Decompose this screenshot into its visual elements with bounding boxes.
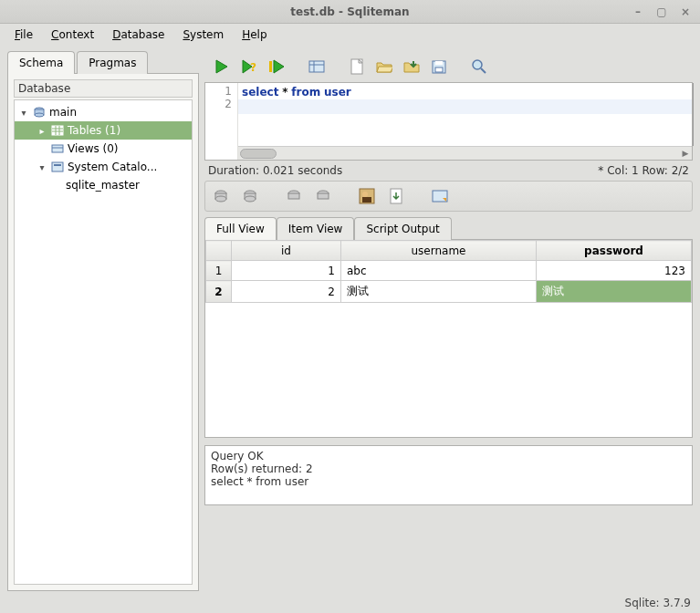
menu-system[interactable]: System xyxy=(175,26,231,44)
prev-button[interactable] xyxy=(238,184,262,208)
line-gutter: 1 2 xyxy=(205,83,238,160)
sqlite-version: Sqlite: 3.7.9 xyxy=(625,597,691,609)
tree-syscat[interactable]: ▾ System Catalo... xyxy=(15,158,192,176)
window-title: test.db - Sqliteman xyxy=(290,5,409,18)
left-panel: Schema Pragmas Database ▾ main ▸ Tables … xyxy=(7,51,199,591)
table-icon xyxy=(50,124,65,137)
catalog-icon xyxy=(50,161,65,173)
cell-username[interactable]: abc xyxy=(341,261,537,281)
result-grid[interactable]: id username password 1 1 abc 123 2 2 测试 … xyxy=(204,239,693,438)
svg-point-2 xyxy=(35,113,44,117)
commit-button[interactable] xyxy=(282,184,306,208)
tab-pragmas[interactable]: Pragmas xyxy=(77,51,148,74)
tree-label: main xyxy=(49,106,77,119)
cell-id[interactable]: 2 xyxy=(232,281,341,303)
tab-schema[interactable]: Schema xyxy=(7,51,75,74)
tree-label: Tables (1) xyxy=(68,124,120,137)
collapse-icon[interactable]: ▾ xyxy=(37,162,47,172)
new-button[interactable] xyxy=(345,55,369,78)
search-button[interactable] xyxy=(467,55,491,78)
svg-point-34 xyxy=(362,192,368,197)
tree-label: System Catalo... xyxy=(68,161,157,173)
svg-point-21 xyxy=(473,60,482,69)
right-panel: ? 1 2 select * from user ▶ D xyxy=(204,51,693,591)
cell-id[interactable]: 1 xyxy=(232,261,341,281)
first-button[interactable] xyxy=(209,184,233,208)
col-id[interactable]: id xyxy=(232,241,341,261)
table-row[interactable]: 1 1 abc 123 xyxy=(206,261,692,281)
tab-script-output[interactable]: Script Output xyxy=(354,217,451,240)
save-button[interactable] xyxy=(400,55,423,78)
log-output: Query OK Row(s) returned: 2 select * fro… xyxy=(204,445,693,505)
db-tree[interactable]: ▾ main ▸ Tables (1) Views (0) ▾ System C… xyxy=(14,99,193,585)
export-button[interactable] xyxy=(384,184,408,208)
minimize-button[interactable]: – xyxy=(631,5,645,18)
corner-cell[interactable] xyxy=(206,241,232,261)
cell-password[interactable]: 123 xyxy=(537,261,692,281)
menu-context[interactable]: Context xyxy=(44,26,101,44)
scroll-right-icon[interactable]: ▶ xyxy=(679,149,692,158)
tree-views[interactable]: Views (0) xyxy=(15,140,192,158)
query-status: Duration: 0.021 seconds * Col: 1 Row: 2/… xyxy=(204,161,693,181)
svg-line-22 xyxy=(481,68,486,73)
svg-text:?: ? xyxy=(250,61,256,74)
snapshot-button[interactable] xyxy=(428,184,452,208)
svg-point-25 xyxy=(215,196,226,202)
svg-rect-32 xyxy=(318,193,329,199)
collapse-icon[interactable]: ▾ xyxy=(18,108,29,118)
open-button[interactable] xyxy=(372,55,396,78)
svg-rect-3 xyxy=(52,126,63,135)
titlebar: test.db - Sqliteman – ▢ × xyxy=(0,0,700,24)
tree-label: Views (0) xyxy=(68,142,119,155)
tree-header: Database xyxy=(14,79,193,98)
svg-rect-30 xyxy=(288,193,299,199)
scrollbar-thumb[interactable] xyxy=(240,149,277,159)
svg-rect-35 xyxy=(362,197,371,203)
tree-tables[interactable]: ▸ Tables (1) xyxy=(15,121,192,140)
view-icon xyxy=(50,142,65,155)
sql-editor[interactable]: 1 2 select * from user ▶ xyxy=(204,82,693,161)
duration-label: Duration: 0.021 seconds xyxy=(208,164,342,177)
statusbar: Sqlite: 3.7.9 xyxy=(0,593,700,613)
tab-full-view[interactable]: Full View xyxy=(204,217,277,240)
col-username[interactable]: username xyxy=(341,241,537,261)
run-step-button[interactable] xyxy=(265,55,288,78)
maximize-button[interactable]: ▢ xyxy=(654,5,669,18)
svg-rect-14 xyxy=(309,61,324,72)
svg-rect-13 xyxy=(269,61,272,72)
svg-rect-11 xyxy=(54,164,61,166)
col-password[interactable]: password xyxy=(537,241,692,261)
menubar: File Context Database System Help xyxy=(0,24,700,46)
main-toolbar: ? xyxy=(204,51,693,82)
blob-button[interactable] xyxy=(355,184,379,208)
cursor-pos: * Col: 1 Row: 2/2 xyxy=(598,164,689,177)
editor-ruler xyxy=(693,83,694,146)
tree-sqlite-master[interactable]: sqlite_master xyxy=(15,176,192,194)
explain-button[interactable]: ? xyxy=(237,55,261,78)
close-button[interactable]: × xyxy=(678,5,693,18)
cell-password[interactable]: 测试 xyxy=(537,281,692,303)
svg-point-28 xyxy=(245,196,256,202)
menu-file[interactable]: File xyxy=(7,26,40,44)
svg-rect-10 xyxy=(52,162,63,171)
menu-help[interactable]: Help xyxy=(235,26,274,44)
create-view-button[interactable] xyxy=(305,55,329,78)
save-as-button[interactable] xyxy=(427,55,451,78)
run-button[interactable] xyxy=(210,55,234,78)
tree-label: sqlite_master xyxy=(66,179,140,192)
table-row[interactable]: 2 2 测试 测试 xyxy=(206,281,692,303)
tree-main[interactable]: ▾ main xyxy=(15,103,192,121)
tab-item-view[interactable]: Item View xyxy=(277,217,355,240)
h-scrollbar[interactable]: ▶ xyxy=(238,146,692,160)
rollback-button[interactable] xyxy=(311,184,335,208)
svg-rect-8 xyxy=(52,145,63,152)
svg-rect-19 xyxy=(435,68,443,72)
menu-database[interactable]: Database xyxy=(105,26,172,44)
svg-rect-20 xyxy=(435,61,443,65)
expand-icon[interactable]: ▸ xyxy=(37,126,47,136)
result-toolbar xyxy=(204,181,693,212)
database-icon xyxy=(32,106,47,119)
cell-username[interactable]: 测试 xyxy=(341,281,537,303)
